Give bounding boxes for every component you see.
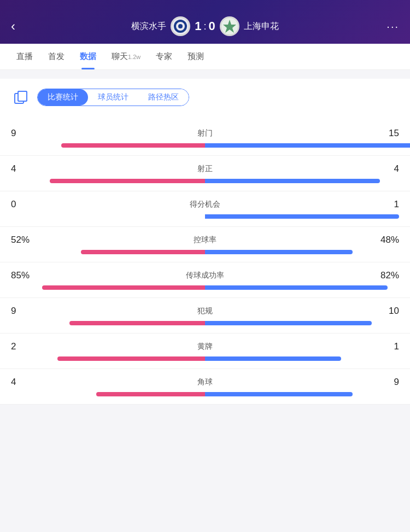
stat-row-4: 85% 传球成功率 82% — [0, 262, 410, 298]
stat-bar-1 — [11, 179, 399, 183]
stat-label-2: 得分机会 — [190, 200, 220, 209]
stat-bar-7 — [11, 392, 399, 396]
stat-bar-right-7 — [205, 392, 353, 396]
stat-left-val-1: 4 — [11, 163, 38, 174]
stat-right-val-2: 1 — [372, 199, 399, 210]
stat-right-val-1: 4 — [372, 163, 399, 174]
stat-label-1: 射正 — [197, 164, 213, 174]
stat-right-val-5: 10 — [372, 306, 399, 317]
sub-tab-match-stats[interactable]: 比赛统计 — [38, 89, 88, 106]
stat-right-val-4: 82% — [372, 270, 399, 281]
tab-live[interactable]: 直播 — [9, 44, 40, 69]
stat-left-val-3: 52% — [11, 235, 38, 245]
home-team-name: 横滨水手 — [131, 21, 166, 32]
stat-bar-left-5 — [69, 321, 206, 325]
sub-tabs: 比赛统计 球员统计 路径热区 — [37, 89, 189, 106]
stat-bar-0 — [11, 143, 399, 148]
stat-label-5: 犯规 — [197, 306, 213, 316]
stat-bar-left-1 — [50, 179, 205, 183]
stat-left-val-6: 2 — [11, 341, 38, 352]
stat-right-val-3: 48% — [372, 235, 399, 245]
tab-chat[interactable]: 聊天1.2w — [104, 44, 148, 69]
stat-bar-right-1 — [205, 179, 380, 183]
stat-left-val-7: 4 — [11, 377, 38, 388]
copy-button[interactable] — [11, 87, 31, 107]
stat-bar-right-0 — [205, 143, 410, 148]
stat-label-3: 控球率 — [194, 235, 216, 245]
back-button[interactable]: ‹ — [11, 19, 33, 34]
stat-row-3: 52% 控球率 48% — [0, 227, 410, 262]
match-info: 横滨水手 1 : 0 上海申花 — [33, 16, 377, 36]
stat-bar-left-6 — [57, 356, 205, 361]
tab-predict[interactable]: 预测 — [180, 44, 212, 69]
match-header: ‹ 横滨水手 1 : 0 上海申花 ··· — [0, 0, 410, 44]
stat-left-val-4: 85% — [11, 270, 38, 281]
stat-left-val-2: 0 — [11, 199, 38, 210]
stat-bar-right-5 — [205, 321, 372, 325]
svg-point-2 — [178, 24, 183, 28]
home-team-logo — [171, 16, 190, 36]
away-team-name: 上海申花 — [244, 21, 279, 32]
stat-bar-left-4 — [42, 285, 205, 290]
stat-row-0: 9 射门 15 — [0, 120, 410, 156]
tab-stats[interactable]: 数据 — [72, 44, 104, 69]
tab-expert[interactable]: 专家 — [148, 44, 180, 69]
stats-list: 9 射门 15 4 射正 4 0 得分机会 1 52% 控 — [0, 120, 410, 405]
stat-row-1: 4 射正 4 — [0, 156, 410, 191]
content-area: 比赛统计 球员统计 路径热区 9 射门 15 4 射正 4 0 得分机 — [0, 70, 410, 413]
away-team-logo — [220, 16, 239, 36]
stat-label-6: 黄牌 — [197, 342, 213, 352]
stat-left-val-0: 9 — [11, 128, 38, 139]
stat-bar-left-7 — [96, 392, 205, 396]
chat-badge: 1.2w — [128, 54, 140, 60]
stat-label-0: 射门 — [197, 128, 213, 138]
stat-bar-left-3 — [81, 250, 205, 254]
stat-label-4: 传球成功率 — [186, 271, 224, 280]
sub-tab-player-stats[interactable]: 球员统计 — [88, 89, 138, 106]
stat-bar-left-0 — [61, 143, 205, 148]
score-separator: : — [203, 21, 206, 32]
stat-bar-6 — [11, 356, 399, 361]
stat-bar-4 — [11, 285, 399, 290]
stat-bar-5 — [11, 321, 399, 325]
stat-right-val-6: 1 — [372, 341, 399, 352]
stat-row-6: 2 黄牌 1 — [0, 334, 410, 369]
stat-bar-right-4 — [205, 285, 388, 290]
stat-bar-2 — [11, 214, 399, 219]
stat-bar-right-3 — [205, 250, 353, 254]
svg-rect-6 — [18, 91, 27, 101]
stat-row-2: 0 得分机会 1 — [0, 191, 410, 227]
tab-lineup[interactable]: 首发 — [40, 44, 72, 69]
stat-label-7: 角球 — [197, 377, 213, 387]
stat-right-val-0: 15 — [372, 128, 399, 139]
score-home: 1 — [195, 19, 201, 33]
stat-right-val-7: 9 — [372, 377, 399, 388]
nav-tabs: 直播 首发 数据 聊天1.2w 专家 预测 — [0, 44, 410, 70]
more-button[interactable]: ··· — [377, 20, 399, 33]
score-away: 0 — [209, 19, 215, 33]
stat-row-5: 9 犯规 10 — [0, 298, 410, 334]
stat-bar-3 — [11, 250, 399, 254]
sub-tab-heatmap[interactable]: 路径热区 — [138, 89, 189, 106]
stat-row-7: 4 角球 9 — [0, 369, 410, 405]
stat-bar-right-6 — [205, 356, 341, 361]
stat-bar-right-2 — [205, 214, 399, 219]
score-display: 1 : 0 — [195, 19, 215, 33]
stat-left-val-5: 9 — [11, 306, 38, 317]
sub-tabs-container: 比赛统计 球员统计 路径热区 — [0, 79, 410, 120]
